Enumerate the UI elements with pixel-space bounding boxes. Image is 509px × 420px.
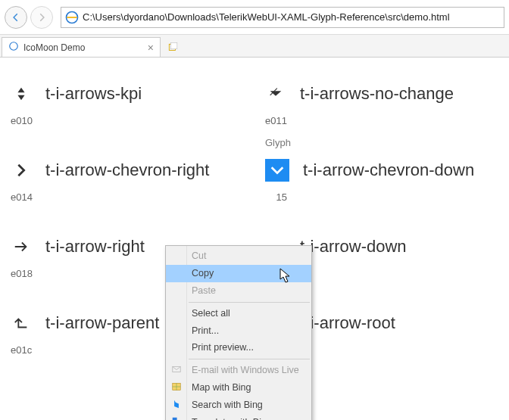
ctx-copy[interactable]: Copy xyxy=(166,265,311,282)
glyph-name: t-i-arrow-root xyxy=(300,313,395,333)
ctx-search[interactable]: Search with Bing xyxy=(166,397,311,414)
glyph-code: e014 xyxy=(11,191,244,230)
translate-icon xyxy=(170,415,183,420)
glyph-name: t-i-arrows-no-change xyxy=(300,84,454,104)
glyph-cell[interactable]: t-i-arrows-kpi e010 xyxy=(0,77,254,154)
svg-point-1 xyxy=(10,42,18,51)
ctx-translate[interactable]: Translate with Bing xyxy=(166,414,311,420)
back-button[interactable] xyxy=(5,6,27,29)
new-tab-button[interactable] xyxy=(164,39,182,57)
context-menu: Cut Copy Paste Select all Print... Print… xyxy=(165,245,312,420)
chevron-down-icon xyxy=(265,159,289,182)
arrows-no-change-icon xyxy=(265,86,286,102)
glyph-cell[interactable]: t-i-arrows-no-change e011 xyxy=(254,77,509,154)
mail-icon xyxy=(170,363,183,375)
chevron-right-icon xyxy=(11,162,32,179)
address-bar-url: C:\Users\dyordano\Downloads\TelerikWebUI… xyxy=(83,11,504,23)
ctx-select-all[interactable]: Select all xyxy=(166,305,311,322)
ctx-map[interactable]: Map with Bing xyxy=(166,379,311,397)
glyph-name: t-i-arrow-right xyxy=(45,237,145,257)
ctx-paste: Paste xyxy=(166,282,311,300)
address-bar[interactable]: C:\Users\dyordano\Downloads\TelerikWebUI… xyxy=(61,7,504,28)
forward-button[interactable] xyxy=(30,6,53,29)
page-content: t-i-arrows-kpi e010 t-i-arrows-no-change… xyxy=(0,58,509,420)
tab-strip: IcoMoon Demo × xyxy=(0,35,509,58)
glyph-section-label: Glyph xyxy=(265,137,291,148)
glyph-cell[interactable]: t-i-arrow-chevron-right e014 xyxy=(0,154,254,230)
arrow-right-icon xyxy=(11,238,32,255)
bing-icon xyxy=(170,398,183,410)
glyph-code: e011 xyxy=(265,115,498,154)
ie-icon xyxy=(64,10,80,25)
browser-titlebar: C:\Users\dyordano\Downloads\TelerikWebUI… xyxy=(0,0,509,35)
separator xyxy=(189,359,310,359)
tab-close-icon[interactable]: × xyxy=(148,42,154,53)
separator xyxy=(189,302,310,303)
glyph-name: t-i-arrow-chevron-right xyxy=(45,160,209,180)
glyph-code: e015 xyxy=(265,191,498,230)
glyph-name: t-i-arrow-chevron-down xyxy=(303,160,474,180)
arrows-kpi-icon xyxy=(11,86,32,102)
ctx-print[interactable]: Print... xyxy=(166,322,311,340)
new-tab-icon xyxy=(167,42,178,53)
tab-title: IcoMoon Demo xyxy=(23,42,85,53)
glyph-cell[interactable]: Glyph t-i-arrow-chevron-down e015 xyxy=(254,154,509,230)
arrow-left-icon xyxy=(11,12,21,23)
svg-rect-6 xyxy=(173,418,177,420)
glyph-name: t-i-arrow-parent xyxy=(45,313,159,333)
svg-rect-3 xyxy=(171,43,177,49)
ie-page-icon xyxy=(8,41,19,54)
glyph-code: e010 xyxy=(11,115,244,154)
glyph-name: t-i-arrows-kpi xyxy=(45,84,142,104)
tab-icomoon-demo[interactable]: IcoMoon Demo × xyxy=(2,37,161,57)
arrow-parent-icon xyxy=(11,315,32,331)
ctx-cut: Cut xyxy=(166,247,311,265)
arrow-right-icon xyxy=(36,12,47,23)
glyph-name: t-i-arrow-down xyxy=(300,237,407,257)
ctx-print-preview[interactable]: Print preview... xyxy=(166,339,311,356)
ctx-email[interactable]: E-mail with Windows Live xyxy=(166,362,311,379)
map-icon xyxy=(170,381,183,393)
